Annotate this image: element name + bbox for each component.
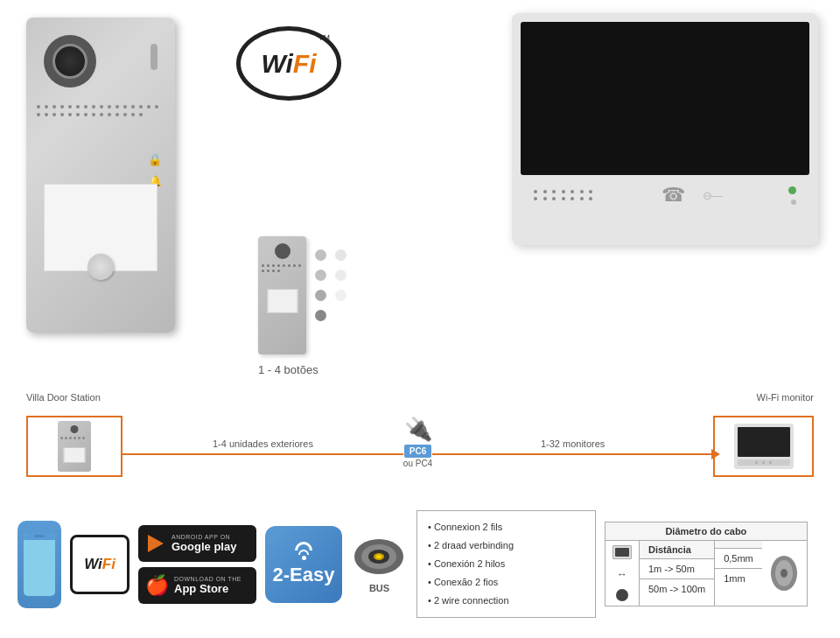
phone-screen [24, 533, 55, 596]
bottom-section: Wi Fi ANDROID APP ON Google play 🍎 Downl… [0, 490, 840, 638]
svg-marker-0 [148, 535, 164, 552]
plug-icon: 🔌 [404, 416, 432, 443]
cable-table-body: ↔ Distância 1m -> 50m 50m -> 100m 0,5mm … [606, 541, 807, 606]
diagram-left-box [26, 416, 122, 477]
left-line [122, 453, 403, 455]
info-line-3: • Conexión 2 hilos [428, 555, 584, 573]
apple-icon: 🍎 [145, 574, 169, 597]
bus-section: BUS [351, 535, 408, 593]
info-text-box: • Connexion 2 fils • 2 draad verbinding … [416, 510, 596, 617]
gray-status-dot [791, 200, 796, 205]
cable-diameter-table: Diâmetro do cabo ↔ Distância 1m -> 50m 5… [605, 522, 808, 606]
app-store-badge[interactable]: 🍎 Download on the App Store [138, 567, 256, 604]
app-store-label: App Store [174, 582, 242, 595]
right-connections-text: 1-32 monitores [541, 438, 605, 449]
google-play-badge[interactable]: ANDROID APP ON Google play [138, 525, 256, 562]
pc6-badge: PC6 [404, 445, 431, 458]
bus-label: BUS [369, 583, 389, 593]
speaker-grille [37, 105, 164, 116]
camera-area [44, 35, 96, 88]
monitor-controls: ☎ ⊖— [521, 175, 809, 211]
door-station-image: 🔒 🔔 [26, 18, 201, 350]
svg-point-8 [780, 569, 788, 578]
small-speaker [262, 264, 303, 272]
buttons-area [315, 236, 326, 321]
door-led [150, 44, 158, 70]
mini-monitor [734, 424, 794, 469]
monitor-screen [521, 22, 809, 175]
cable-end-icon [616, 589, 628, 601]
diagram-station-label: Villa Door Station [26, 392, 101, 403]
app-badges: ANDROID APP ON Google play 🍎 Download on… [138, 525, 256, 604]
app-store-text-area: Download on the App Store [174, 576, 242, 595]
info-line-1: • Connexion 2 fils [428, 518, 584, 536]
phone-widget [18, 521, 61, 608]
google-play-icon [145, 533, 166, 554]
status-dots [788, 186, 796, 205]
diam-row-2: 1mm [715, 569, 762, 588]
monitor-body: ☎ ⊖— [512, 13, 818, 245]
buttons-label: 1 - 4 botões [258, 363, 346, 376]
right-line-area: 1-32 monitores [432, 438, 713, 455]
two-easy-badge: 2-Easy [265, 526, 342, 603]
phone-speaker [24, 533, 55, 540]
distance-col: Distância 1m -> 50m 50m -> 100m [640, 541, 715, 606]
two-easy-label: 2-Easy [273, 564, 335, 586]
extra-dot-3 [335, 290, 346, 301]
google-play-label: Google play [172, 540, 236, 553]
diagram-row: 1-4 unidades exteriores 🔌 PC6 ou PC4 1-3… [0, 407, 840, 486]
lock-icon: 🔒 [148, 153, 162, 166]
small-camera [275, 243, 290, 259]
diagram-right-box [713, 416, 814, 477]
info-line-2: • 2 draad verbinding [428, 536, 584, 555]
left-line-area: 1-4 unidades exteriores [122, 438, 403, 455]
call-button [88, 254, 114, 280]
mini-card [64, 447, 86, 463]
wifi-badge-fi: Fi [102, 556, 116, 573]
dist-row-1: 1m -> 50m [640, 559, 714, 579]
extra-dots [335, 236, 346, 301]
diameter-col: 0,5mm 1mm [715, 541, 762, 606]
phone-handset-icon: ☎ [662, 184, 685, 207]
info-line-5: • 2 wire connection [428, 592, 584, 610]
top-section: 🔒 🔔 Wi Fi TM [0, 0, 840, 394]
wifi-badge-wi: Wi [84, 556, 102, 573]
monitor-icons: ☎ ⊖— [662, 184, 722, 207]
right-line [432, 453, 713, 455]
monitor-mini-icon [612, 545, 632, 559]
btn-3 [315, 290, 326, 301]
wifi-badge: Wi Fi [70, 535, 130, 594]
two-easy-wifi-icon [295, 542, 312, 560]
cable-icons-col: ↔ [606, 541, 640, 606]
info-line-4: • Conexão 2 fios [428, 573, 584, 592]
diagram-mini-door [58, 421, 91, 472]
bus-cable-icon [351, 535, 408, 578]
btn-1 [315, 249, 326, 261]
small-white-card [267, 289, 298, 313]
wifi-logo: Wi Fi TM [236, 26, 341, 101]
key-icon: ⊖— [703, 189, 722, 202]
btn-2 [315, 270, 326, 281]
wifi-logo-area: Wi Fi TM [236, 26, 341, 101]
camera-lens [52, 44, 88, 79]
arrow-right-icon [711, 449, 720, 459]
small-door-unit-area: 1 - 4 botões [258, 236, 346, 376]
green-status-dot [788, 186, 796, 194]
extra-dot-2 [335, 270, 346, 281]
mini-monitor-base [738, 459, 790, 466]
diam-row-1: 0,5mm [715, 549, 762, 569]
mini-speaker [60, 437, 88, 439]
google-play-pre-label: ANDROID APP ON [172, 534, 236, 540]
diagram-monitor-label: Wi-Fi monitor [757, 392, 814, 403]
distance-header: Distância [640, 541, 714, 559]
connector-area: 🔌 PC6 ou PC4 [403, 416, 432, 468]
main-container: 🔒 🔔 Wi Fi TM [0, 0, 840, 638]
svg-point-5 [376, 555, 382, 558]
wifi-tm: TM [318, 33, 330, 42]
app-store-pre-label: Download on the [174, 576, 242, 582]
ou-pc4-label: ou PC4 [403, 459, 432, 468]
google-play-text-area: ANDROID APP ON Google play [172, 534, 236, 553]
small-door-body [258, 236, 306, 354]
cable-table-header: Diâmetro do cabo [606, 522, 807, 541]
diameter-header-empty [715, 541, 762, 549]
